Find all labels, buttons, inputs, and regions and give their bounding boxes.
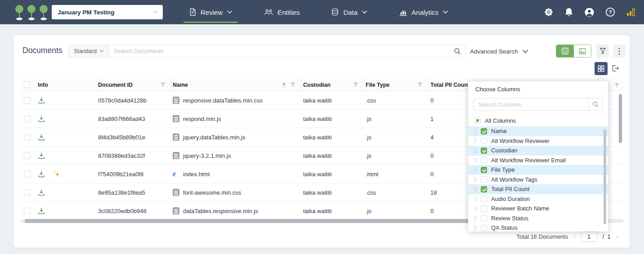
filter-funnel-icon[interactable]	[160, 82, 165, 87]
row-checkbox[interactable]	[24, 171, 31, 178]
nav-tab-data[interactable]: Data	[325, 0, 374, 24]
settings-icon[interactable]	[544, 7, 554, 17]
row-checkbox[interactable]	[24, 208, 31, 214]
select-all-checkbox[interactable]	[24, 81, 30, 88]
workspace-selector[interactable]: January PM Testing	[52, 5, 163, 19]
drag-handle-icon[interactable]	[474, 138, 477, 143]
download-icon[interactable]	[38, 207, 45, 214]
column-option-audio-duration[interactable]: Audio Duration	[468, 194, 608, 204]
current-page-input[interactable]: 1	[581, 232, 597, 242]
drag-handle-icon[interactable]	[474, 196, 477, 201]
nav-tab-review[interactable]: Review	[183, 0, 239, 24]
drag-handle-icon[interactable]	[474, 157, 477, 163]
file-type-cell: .css	[364, 91, 429, 109]
column-option-reviewer-batch-name[interactable]: Reviewer Batch Name	[468, 204, 608, 214]
name-cell[interactable]: respond.min.js	[171, 110, 301, 128]
column-checkbox[interactable]	[481, 128, 487, 134]
row-checkbox[interactable]	[24, 134, 31, 141]
search-documents-input[interactable]	[109, 48, 450, 54]
column-option-name[interactable]: Name	[468, 126, 608, 136]
column-header-info[interactable]: Info	[35, 79, 97, 91]
filter-funnel-icon[interactable]	[614, 81, 620, 89]
horizontal-scrollbar-thumb[interactable]	[25, 219, 469, 223]
column-option-alt-workflow-reviewer-email[interactable]: Alt Workflow Reviewer Email	[468, 156, 608, 165]
usage-bars-icon[interactable]	[626, 7, 636, 17]
download-icon[interactable]	[38, 170, 45, 178]
more-options-button[interactable]	[613, 45, 626, 58]
row-checkbox[interactable]	[24, 189, 31, 196]
export-panel-button[interactable]	[611, 64, 620, 75]
download-icon[interactable]	[38, 97, 45, 104]
column-checkbox[interactable]	[481, 186, 487, 192]
download-icon[interactable]	[38, 134, 45, 141]
all-columns-toggle[interactable]: All Columns	[474, 116, 516, 125]
search-scope-dropdown[interactable]: Standard	[69, 45, 109, 57]
name-cell[interactable]: font-awesome.min.css	[171, 183, 301, 201]
name-cell[interactable]: jquery-3.2.1.min.js	[171, 147, 301, 165]
drag-handle-icon[interactable]	[474, 215, 477, 221]
column-checkbox[interactable]	[481, 215, 487, 221]
help-icon[interactable]: ?	[605, 7, 615, 17]
name-cell[interactable]: eindex.html	[171, 165, 301, 183]
next-page-button[interactable]: ›	[616, 233, 618, 240]
drag-handle-icon[interactable]	[474, 167, 477, 173]
drag-handle-icon[interactable]	[474, 206, 477, 211]
account-icon[interactable]	[584, 7, 595, 18]
nav-tab-entities[interactable]: Entities	[258, 0, 306, 24]
sort-ascending-icon[interactable]	[282, 82, 286, 88]
all-columns-checkbox[interactable]	[474, 117, 481, 124]
column-checkbox[interactable]	[481, 138, 487, 144]
drag-handle-icon[interactable]	[474, 148, 477, 153]
name-cell[interactable]: jquery.dataTables.min.js	[171, 128, 301, 146]
column-option-review-status[interactable]: Review Status	[468, 214, 608, 223]
column-option-total-pii-count[interactable]: Total PII Count	[468, 184, 608, 194]
column-option-file-type[interactable]: File Type	[468, 165, 608, 175]
list-view-button[interactable]	[556, 45, 574, 57]
column-header-custodian[interactable]: Custodian	[301, 79, 364, 91]
previous-page-button[interactable]: ‹	[573, 233, 575, 240]
drag-handle-icon[interactable]	[474, 225, 477, 231]
column-header-name[interactable]: Name	[171, 79, 301, 91]
row-checkbox[interactable]	[24, 116, 31, 122]
column-option-alt-workflow-reviewer[interactable]: Alt Workflow Reviewer	[468, 136, 608, 146]
row-checkbox[interactable]	[24, 97, 31, 104]
search-icon[interactable]	[589, 98, 602, 110]
drag-handle-icon[interactable]	[474, 129, 477, 134]
filter-button[interactable]	[596, 45, 609, 58]
filter-funnel-icon[interactable]	[417, 82, 423, 87]
drag-handle-icon[interactable]	[474, 187, 477, 192]
column-list-scrollbar-thumb[interactable]	[604, 129, 606, 224]
vertical-scrollbar-thumb[interactable]	[619, 94, 622, 143]
column-checkbox[interactable]	[481, 176, 487, 183]
column-checkbox[interactable]	[481, 147, 487, 154]
search-columns-input[interactable]	[474, 101, 589, 108]
column-option-custodian[interactable]: Custodian	[468, 146, 608, 156]
column-checkbox[interactable]	[481, 196, 487, 202]
column-header-document-id[interactable]: Document ID	[97, 79, 171, 91]
choose-columns-button[interactable]	[595, 62, 608, 75]
name-cell[interactable]: responsive.dataTables.min.css	[171, 91, 301, 109]
search-icon[interactable]	[450, 48, 465, 55]
filter-funnel-icon[interactable]	[353, 82, 358, 87]
column-checkbox[interactable]	[481, 225, 487, 231]
download-icon[interactable]	[38, 115, 45, 122]
advanced-search-button[interactable]: Advanced Search	[470, 45, 528, 58]
image-view-button[interactable]	[574, 45, 591, 57]
download-icon[interactable]	[38, 152, 45, 159]
notifications-icon[interactable]	[564, 7, 573, 17]
column-checkbox[interactable]	[481, 157, 487, 163]
column-header-file-type[interactable]: File Type	[364, 79, 429, 91]
column-option-label: QA Status	[491, 224, 518, 231]
document-file-icon	[173, 189, 179, 196]
column-option-qa-status[interactable]: QA Status	[468, 223, 608, 232]
download-icon[interactable]	[38, 189, 45, 196]
column-checkbox[interactable]	[481, 205, 487, 212]
name-cell[interactable]: dataTables.responsive.min.js	[171, 202, 301, 220]
row-checkbox[interactable]	[24, 152, 31, 159]
column-option-alt-workflow-tags[interactable]: Alt Workflow Tags	[468, 175, 608, 185]
filter-funnel-icon[interactable]	[290, 82, 295, 87]
nav-tab-analytics[interactable]: Analytics	[393, 0, 455, 24]
column-checkbox[interactable]	[481, 167, 487, 173]
drag-handle-icon[interactable]	[474, 177, 477, 182]
app-logo[interactable]	[15, 4, 49, 21]
